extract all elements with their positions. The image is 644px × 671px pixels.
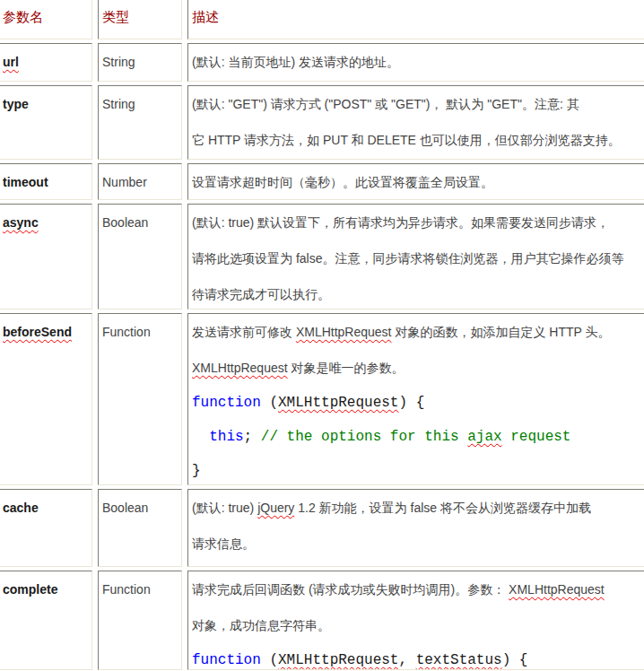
text-segment: ; (244, 429, 261, 445)
text-segment: ( (261, 395, 278, 411)
param-name-label: type (3, 97, 29, 111)
param-name-box: complete (3, 571, 88, 669)
text-segment: 设置请求超时时间（毫秒）。此设置将覆盖全局设置。 (192, 175, 493, 189)
param-name-cell: timeout (0, 163, 92, 200)
text-segment: 发送请求前可修改 (192, 325, 296, 339)
description-line: 请求信息。 (192, 526, 644, 562)
spellcheck-underline: jQuery (257, 501, 294, 515)
description-line: 对象，成功信息字符串。 (192, 607, 644, 643)
text-segment: ) { (502, 652, 528, 668)
document-viewport: 参数名 类型 描述 urlString(默认: 当前页地址) 发送请求的地址。t… (0, 0, 644, 671)
spellcheck-underline: XMLHttpRequest (278, 395, 398, 411)
table-row-complete: completeFunction请求完成后回调函数 (请求成功或失败时均调用)。… (0, 571, 644, 670)
param-name-cell: beforeSend (0, 313, 92, 485)
param-type-label: Function (102, 314, 178, 484)
param-type-label: Number (102, 164, 178, 199)
description-text: (默认: 当前页地址) 发送请求的地址。 (192, 44, 644, 80)
code-block: function (XMLHttpRequest, textStatus) { (192, 643, 644, 669)
spellcheck-underline: XMLHttpRequest (192, 361, 288, 375)
param-type-cell: String (98, 85, 182, 160)
text-segment: 1.2 新功能，设置为 false 将不会从浏览器缓存中加载 (294, 501, 591, 515)
table-row-async: asyncBoolean(默认: true) 默认设置下，所有请求均为异步请求。… (0, 204, 644, 309)
param-type-cell: Function (98, 313, 182, 485)
code-block: function (XMLHttpRequest) { this; // the… (192, 386, 644, 484)
param-type-label: String (102, 44, 178, 81)
param-description-box: 设置请求超时时间（毫秒）。此设置将覆盖全局设置。 (192, 164, 644, 199)
description-text: 设置请求超时时间（毫秒）。此设置将覆盖全局设置。 (192, 164, 644, 199)
text-segment: } (192, 463, 201, 479)
table-row-beforeSend: beforeSendFunction发送请求前可修改 XMLHttpReques… (0, 313, 644, 485)
text-segment: 对象是唯一的参数。 (288, 361, 405, 375)
text-segment: function (192, 395, 261, 411)
param-name-label: cache (3, 501, 39, 515)
text-segment: 请求信息。 (192, 536, 255, 551)
text-segment: , (398, 652, 415, 668)
spellcheck-underline: XMLHttpRequest (296, 325, 392, 339)
description-line: (默认: true) 默认设置下，所有请求均为异步请求。如果需要发送同步请求， (192, 205, 644, 240)
param-description-box: 请求完成后回调函数 (请求成功或失败时均调用)。参数： XMLHttpReque… (192, 571, 644, 669)
param-name-cell: complete (0, 571, 92, 670)
text-segment: 请求完成后回调函数 (请求成功或失败时均调用)。参数： (192, 582, 509, 597)
description-text: (默认: "GET") 请求方式 ("POST" 或 "GET")， 默认为 "… (192, 86, 644, 158)
param-name-label: timeout (3, 175, 48, 189)
header-type-label: 类型 (102, 0, 178, 39)
ajax-parameters-table: 参数名 类型 描述 urlString(默认: 当前页地址) 发送请求的地址。t… (0, 0, 644, 671)
description-line: (默认: true) jQuery 1.2 新功能，设置为 false 将不会从… (192, 490, 644, 526)
param-name-cell: cache (0, 489, 92, 567)
spellcheck-underline: ajax (467, 429, 501, 445)
text-segment: request (502, 429, 571, 445)
code-line: this; // the options for this ajax reque… (192, 420, 644, 454)
param-type-cell: Function (98, 571, 182, 670)
param-description-cell: (默认: true) jQuery 1.2 新功能，设置为 false 将不会从… (187, 489, 644, 567)
header-param-name-label: 参数名 (3, 0, 88, 39)
param-description-cell: 请求完成后回调函数 (请求成功或失败时均调用)。参数： XMLHttpReque… (187, 571, 644, 670)
table-row-timeout: timeoutNumber设置请求超时时间（毫秒）。此设置将覆盖全局设置。 (0, 163, 644, 200)
param-description-cell: (默认: 当前页地址) 发送请求的地址。 (187, 43, 644, 82)
spellcheck-underline: textStatus (416, 652, 502, 668)
description-text: 请求完成后回调函数 (请求成功或失败时均调用)。参数： XMLHttpReque… (192, 571, 644, 643)
header-row: 参数名 类型 描述 (0, 0, 644, 39)
code-line: function (XMLHttpRequest) { (192, 386, 644, 420)
param-description-cell: (默认: true) 默认设置下，所有请求均为异步请求。如果需要发送同步请求，请… (187, 204, 644, 309)
param-type-label: String (102, 86, 178, 159)
description-line: 发送请求前可修改 XMLHttpRequest 对象的函数，如添加自定义 HTT… (192, 314, 644, 350)
text-segment: function (192, 652, 261, 668)
param-description-cell: (默认: "GET") 请求方式 ("POST" 或 "GET")， 默认为 "… (187, 85, 644, 160)
param-type-cell: String (98, 43, 182, 82)
param-description-box: (默认: 当前页地址) 发送请求的地址。 (192, 44, 644, 81)
description-text: (默认: true) 默认设置下，所有请求均为异步请求。如果需要发送同步请求，请… (192, 205, 644, 309)
param-name-box: cache (3, 490, 88, 566)
param-type-label: Boolean (102, 205, 178, 309)
param-name-cell: type (0, 85, 92, 160)
text-segment: 待请求完成才可以执行。 (192, 287, 330, 301)
description-line: 请求完成后回调函数 (请求成功或失败时均调用)。参数： XMLHttpReque… (192, 571, 644, 607)
param-description-cell: 设置请求超时时间（毫秒）。此设置将覆盖全局设置。 (187, 163, 644, 200)
description-line: 设置请求超时时间（毫秒）。此设置将覆盖全局设置。 (192, 164, 644, 199)
param-name-box: url (3, 44, 88, 81)
param-description-box: 发送请求前可修改 XMLHttpRequest 对象的函数，如添加自定义 HTT… (192, 314, 644, 484)
description-line: XMLHttpRequest 对象是唯一的参数。 (192, 350, 644, 386)
text-segment: 对象的函数，如添加自定义 HTTP 头。 (392, 325, 611, 339)
param-description-box: (默认: true) 默认设置下，所有请求均为异步请求。如果需要发送同步请求，请… (192, 205, 644, 309)
text-segment: (默认: true) (192, 501, 257, 515)
text-segment: this (209, 429, 243, 445)
header-type: 类型 (98, 0, 182, 39)
description-line: (默认: 当前页地址) 发送请求的地址。 (192, 44, 644, 80)
param-name-cell: async (0, 204, 92, 309)
spellcheck-underline: XMLHttpRequest (509, 582, 605, 597)
param-name-cell: url (0, 43, 92, 82)
param-name-label: url (3, 55, 19, 69)
description-text: (默认: true) jQuery 1.2 新功能，设置为 false 将不会从… (192, 490, 644, 562)
param-name-box: timeout (3, 164, 88, 199)
description-line: 待请求完成才可以执行。 (192, 276, 644, 309)
text-segment: ) { (398, 395, 424, 411)
code-line: } (192, 454, 644, 484)
text-segment: (默认: "GET") 请求方式 ("POST" 或 "GET")， 默认为 "… (192, 97, 579, 111)
header-param-name: 参数名 (0, 0, 92, 39)
table-row-cache: cacheBoolean(默认: true) jQuery 1.2 新功能，设置… (0, 489, 644, 567)
text-segment: 对象，成功信息字符串。 (192, 618, 330, 632)
param-type-label: Function (102, 571, 178, 669)
text-segment: (默认: 当前页地址) 发送请求的地址。 (192, 55, 399, 69)
param-name-box: type (3, 86, 88, 159)
param-type-cell: Boolean (98, 489, 182, 567)
